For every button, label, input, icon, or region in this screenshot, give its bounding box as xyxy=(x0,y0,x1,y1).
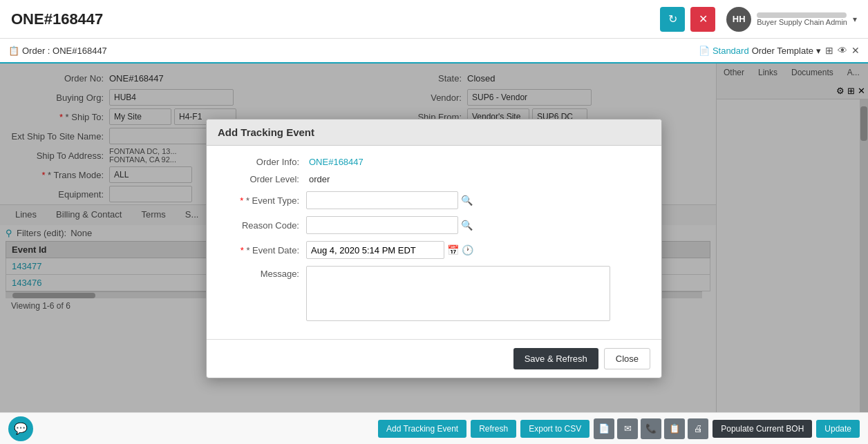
modal-order-info-value: ONE#168447 xyxy=(309,157,364,167)
modal-order-level-row: Order Level: order xyxy=(223,174,645,184)
save-refresh-button[interactable]: Save & Refresh xyxy=(513,348,598,369)
user-menu-chevron[interactable]: ▾ xyxy=(853,15,857,24)
template-button[interactable]: 📄 Standard Order Template ▾ xyxy=(699,46,821,56)
export-csv-button[interactable]: Export to CSV xyxy=(520,420,589,438)
app-header: ONE#168447 ↻ ✕ HH Buyer Supply Chain Adm… xyxy=(0,0,868,39)
close-breadcrumb-icon[interactable]: ✕ xyxy=(851,45,860,56)
modal-message-label: Message: xyxy=(223,269,306,279)
populate-boh-button[interactable]: Populate Current BOH xyxy=(713,420,812,438)
modal-order-info-label: Order Info: xyxy=(223,157,306,167)
grid-icon[interactable]: ⊞ xyxy=(825,45,833,56)
user-area: HH Buyer Supply Chain Admin ▾ xyxy=(726,7,857,32)
breadcrumb-icon: 📋 xyxy=(8,46,19,56)
modal-event-date-input[interactable] xyxy=(306,241,444,259)
main-area: Order No: ONE#168447 Buying Org: * Ship … xyxy=(0,64,868,412)
modal-reason-code-label: Reason Code: xyxy=(223,220,306,231)
modal-reason-code-input[interactable] xyxy=(306,216,458,234)
icon-btn-3[interactable]: 📞 xyxy=(641,418,661,439)
template-icon: 📄 xyxy=(699,46,710,56)
close-button[interactable]: ✕ xyxy=(690,7,715,32)
calendar-icon[interactable]: 📅 xyxy=(447,244,459,255)
modal-message-row: Message: xyxy=(223,266,645,321)
breadcrumb-bar: 📋 Order : ONE#168447 📄 Standard Order Te… xyxy=(0,39,868,64)
breadcrumb-right: 📄 Standard Order Template ▾ ⊞ 👁 ✕ xyxy=(699,45,860,56)
modal-order-level-value: order xyxy=(309,174,330,184)
modal-order-info-row: Order Info: ONE#168447 xyxy=(223,157,645,167)
template-chevron[interactable]: ▾ xyxy=(816,46,821,56)
icon-btn-1[interactable]: 📄 xyxy=(594,418,614,439)
refresh-button-bottom[interactable]: Refresh xyxy=(471,420,516,438)
refresh-button[interactable]: ↻ xyxy=(660,7,685,32)
bottom-right: Add Tracking Event Refresh Export to CSV… xyxy=(378,418,860,439)
user-name-bar xyxy=(757,12,847,18)
modal-overlay: Add Tracking Event Order Info: ONE#16844… xyxy=(0,64,868,412)
modal-close-button[interactable]: Close xyxy=(604,348,650,369)
user-role: Buyer Supply Chain Admin xyxy=(757,18,847,26)
modal-reason-code-row: Reason Code: 🔍 xyxy=(223,216,645,234)
modal-body: Order Info: ONE#168447 Order Level: orde… xyxy=(207,146,661,339)
user-info: Buyer Supply Chain Admin xyxy=(757,12,847,26)
update-button[interactable]: Update xyxy=(816,420,860,438)
icon-btn-4[interactable]: 📋 xyxy=(664,418,685,439)
bottom-toolbar: 💬 Add Tracking Event Refresh Export to C… xyxy=(0,412,868,444)
modal-event-type-row: * Event Type: 🔍 xyxy=(223,191,645,209)
add-tracking-event-button[interactable]: Add Tracking Event xyxy=(378,420,466,438)
modal-event-date-label: * Event Date: xyxy=(223,245,306,255)
header-actions: ↻ ✕ HH Buyer Supply Chain Admin ▾ xyxy=(660,7,857,32)
page-title: ONE#168447 xyxy=(11,10,660,28)
modal-event-type-input[interactable] xyxy=(306,191,458,209)
modal-message-input[interactable] xyxy=(306,266,610,321)
icon-btn-2[interactable]: ✉ xyxy=(617,418,638,439)
bottom-left: 💬 xyxy=(8,416,33,441)
eye-icon[interactable]: 👁 xyxy=(838,45,847,56)
icon-btn-5[interactable]: 🖨 xyxy=(688,418,708,439)
modal-event-type-search-btn[interactable]: 🔍 xyxy=(461,195,473,206)
modal-event-date-row: * Event Date: 📅 🕐 xyxy=(223,241,645,259)
user-name-area xyxy=(757,12,847,18)
modal-header: Add Tracking Event xyxy=(207,119,661,146)
breadcrumb-text: Order : ONE#168447 xyxy=(22,46,107,56)
modal-reason-code-search-btn[interactable]: 🔍 xyxy=(461,220,473,231)
modal-footer: Save & Refresh Close xyxy=(207,339,661,378)
clock-icon[interactable]: 🕐 xyxy=(462,244,473,255)
modal-order-level-label: Order Level: xyxy=(223,174,306,184)
modal-event-type-label: * Event Type: xyxy=(223,195,306,206)
add-tracking-event-modal: Add Tracking Event Order Info: ONE#16844… xyxy=(206,119,662,378)
chat-button[interactable]: 💬 xyxy=(8,416,33,441)
avatar: HH xyxy=(726,7,751,32)
icon-buttons: 📄 ✉ 📞 📋 🖨 xyxy=(594,418,708,439)
breadcrumb: 📋 Order : ONE#168447 xyxy=(8,46,107,56)
